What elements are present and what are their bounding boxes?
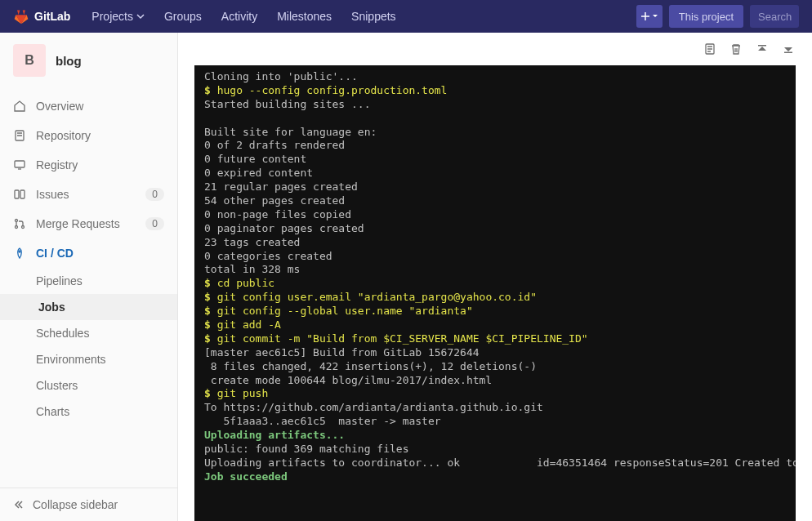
sidebar-item-issues[interactable]: Issues 0 xyxy=(0,180,177,209)
top-header: GitLab Projects Groups Activity Mileston… xyxy=(0,0,812,33)
chevron-down-icon xyxy=(136,12,145,20)
sidebar-item-merge-requests[interactable]: Merge Requests 0 xyxy=(0,209,177,238)
project-avatar: B xyxy=(13,44,46,77)
sidebar-sub-charts[interactable]: Charts xyxy=(0,399,177,425)
sidebar-sub-environments[interactable]: Environments xyxy=(0,346,177,372)
svg-point-5 xyxy=(16,226,18,229)
merge-icon xyxy=(13,217,26,230)
nav-milestones[interactable]: Milestones xyxy=(269,3,340,29)
sidebar-sub-clusters[interactable]: Clusters xyxy=(0,372,177,399)
svg-rect-2 xyxy=(15,190,19,198)
nav-activity[interactable]: Activity xyxy=(213,3,265,29)
caret-down-icon xyxy=(652,13,658,20)
svg-rect-1 xyxy=(15,161,25,167)
home-icon xyxy=(13,100,26,113)
scroll-top-icon xyxy=(756,43,768,55)
mr-count-badge: 0 xyxy=(145,217,164,230)
scroll-bottom-icon xyxy=(783,43,794,55)
project-name: blog xyxy=(56,54,82,68)
search-input[interactable]: Search xyxy=(750,5,799,28)
sidebar-item-cicd[interactable]: CI / CD xyxy=(0,238,177,268)
erase-button[interactable] xyxy=(729,42,743,56)
scroll-top-button[interactable] xyxy=(755,42,770,56)
add-button[interactable] xyxy=(636,5,663,28)
monitor-icon xyxy=(13,158,26,171)
plus-icon xyxy=(640,11,650,21)
svg-point-6 xyxy=(22,226,25,229)
main-content: Cloning into 'public'... $ hugo --config… xyxy=(178,33,812,521)
header-nav: Projects Groups Activity Milestones Snip… xyxy=(83,3,404,29)
sidebar-sub-jobs[interactable]: Jobs xyxy=(0,294,177,320)
search-scope-button[interactable]: This project xyxy=(669,5,743,28)
gitlab-icon xyxy=(13,8,29,24)
sidebar-item-repository[interactable]: Repository xyxy=(0,121,177,150)
nav-snippets[interactable]: Snippets xyxy=(343,3,404,29)
document-icon xyxy=(13,129,26,142)
gitlab-logo[interactable]: GitLab xyxy=(13,8,70,24)
sidebar-item-registry[interactable]: Registry xyxy=(0,150,177,180)
collapse-sidebar-button[interactable]: Collapse sidebar xyxy=(0,488,177,521)
sidebar: B blog Overview Repository Registry xyxy=(0,33,178,521)
scroll-bottom-button[interactable] xyxy=(781,42,796,56)
job-toolbar xyxy=(178,33,812,65)
show-raw-button[interactable] xyxy=(703,42,717,56)
project-header[interactable]: B blog xyxy=(0,33,177,88)
rocket-icon xyxy=(13,247,26,260)
job-log-terminal[interactable]: Cloning into 'public'... $ hugo --config… xyxy=(194,65,796,521)
issues-count-badge: 0 xyxy=(145,188,164,201)
issues-icon xyxy=(13,188,26,201)
svg-point-7 xyxy=(19,251,20,252)
sidebar-sub-schedules[interactable]: Schedules xyxy=(0,320,177,346)
svg-point-4 xyxy=(16,220,18,222)
document-text-icon xyxy=(703,42,716,56)
svg-rect-3 xyxy=(20,190,25,198)
trash-icon xyxy=(729,42,743,56)
sidebar-item-overview[interactable]: Overview xyxy=(0,91,177,121)
sidebar-sub-pipelines[interactable]: Pipelines xyxy=(0,268,177,294)
brand-name: GitLab xyxy=(34,10,70,23)
nav-projects[interactable]: Projects xyxy=(83,3,153,29)
nav-groups[interactable]: Groups xyxy=(156,3,210,29)
chevron-left-icon xyxy=(13,499,25,510)
